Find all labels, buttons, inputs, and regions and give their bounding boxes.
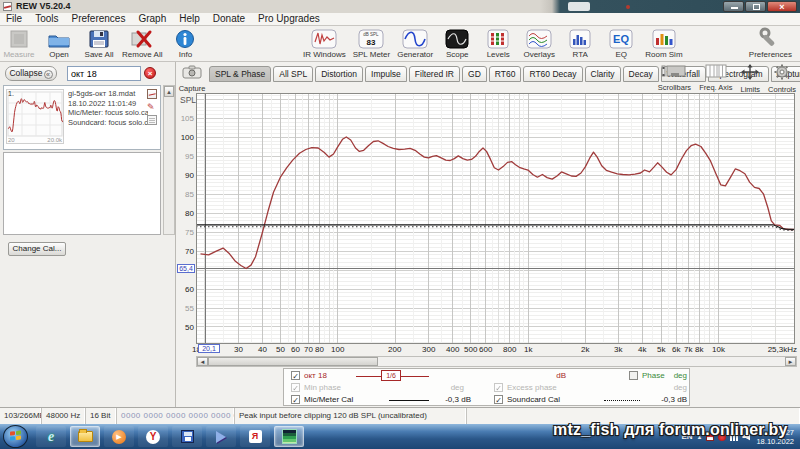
- collapse-panel-button[interactable]: Collapse«: [5, 66, 57, 81]
- remove-all-button[interactable]: Remove All: [122, 27, 162, 59]
- taskbar-yandex[interactable]: Я: [240, 426, 270, 447]
- menu-pro-upgrades[interactable]: Pro Upgrades: [258, 13, 320, 25]
- menu-donate[interactable]: Donate: [213, 13, 245, 25]
- taskbar-rew[interactable]: [274, 426, 304, 447]
- min-phase-checkbox[interactable]: [291, 383, 300, 392]
- scope-button[interactable]: Scope: [440, 27, 474, 59]
- measurements-panel: Collapse« × 1. 20 20.0k gi-5gds-окт 18.m…: [0, 62, 176, 407]
- measurement-name-input[interactable]: [67, 66, 141, 81]
- x-tick-label: 80: [315, 345, 324, 354]
- controls-button[interactable]: Controls: [768, 64, 796, 94]
- spl-meter-icon: dB SPL83: [358, 27, 384, 49]
- measurements-scrollbar[interactable]: ▲: [163, 85, 175, 235]
- edit-pencil-icon[interactable]: ✎: [147, 102, 157, 112]
- menu-tools[interactable]: Tools: [35, 13, 58, 25]
- soundcard-cal-label: Soundcard Cal: [507, 395, 560, 404]
- maximize-button[interactable]: [745, 1, 766, 12]
- info-button[interactable]: Info: [168, 27, 202, 59]
- measurement-info: gi-5gds-окт 18.mdat 18.10.2022 11:01:49 …: [68, 89, 148, 127]
- min-phase-units: deg: [424, 383, 464, 392]
- delete-measurement-button[interactable]: ×: [144, 67, 156, 79]
- overlays-button[interactable]: Overlays: [522, 27, 556, 59]
- frequency-scrollbar[interactable]: ◄ ►: [196, 356, 797, 367]
- scrollbars-label: Scrollbars: [658, 83, 691, 92]
- x-tick-label: 100: [331, 345, 344, 354]
- x-tick-label: 60: [291, 345, 300, 354]
- minimize-button[interactable]: [723, 1, 744, 12]
- phase-checkbox[interactable]: [629, 371, 638, 380]
- trace-units: dB: [526, 371, 566, 380]
- limits-button[interactable]: Limits: [740, 64, 760, 94]
- scroll-right-arrow-icon[interactable]: ►: [785, 357, 796, 366]
- taskbar-yandex-browser[interactable]: Y: [138, 426, 168, 447]
- levels-button[interactable]: Levels: [481, 27, 515, 59]
- x-tick-label: 2k: [581, 345, 589, 354]
- measurement-index: 1.: [8, 90, 14, 97]
- measurement-list[interactable]: [3, 152, 161, 235]
- x-tick-label: 30: [234, 345, 243, 354]
- info-label: Info: [179, 50, 192, 59]
- tab-rt60[interactable]: RT60: [489, 66, 522, 82]
- menu-file[interactable]: File: [6, 13, 22, 25]
- soundcard-cal-checkbox[interactable]: [494, 395, 503, 404]
- cursor-spl-box: 65,4: [177, 264, 195, 273]
- menu-preferences[interactable]: Preferences: [71, 13, 125, 25]
- y-tick-label: 80: [185, 209, 194, 218]
- spl-meter-label: SPL Meter: [353, 50, 391, 59]
- rta-button[interactable]: RTA: [563, 27, 597, 59]
- taskbar-save-tool[interactable]: [172, 426, 202, 447]
- trace-settings-icon[interactable]: [147, 89, 157, 99]
- eq-button[interactable]: EQEQ: [604, 27, 638, 59]
- smoothing-badge[interactable]: 1/6: [381, 370, 401, 381]
- scrollbar-thumb[interactable]: [208, 357, 378, 366]
- menu-graph[interactable]: Graph: [138, 13, 166, 25]
- x-tick-label: 10k: [712, 345, 725, 354]
- x-tick-label: 7k: [684, 345, 692, 354]
- x-tick-label: 40: [258, 345, 267, 354]
- measurement-card[interactable]: 1. 20 20.0k gi-5gds-окт 18.mdat 18.10.20…: [3, 85, 161, 150]
- okt18-checkbox[interactable]: [291, 371, 300, 380]
- tab-filtered-ir[interactable]: Filtered IR: [409, 66, 460, 82]
- save-all-label: Save All: [85, 50, 114, 59]
- scrollbar-up-arrow-icon[interactable]: ▲: [164, 86, 174, 97]
- notes-document-icon[interactable]: [147, 115, 157, 125]
- menu-help[interactable]: Help: [179, 13, 200, 25]
- app-icon: [3, 2, 12, 11]
- start-button[interactable]: [3, 425, 28, 448]
- spl-meter-button[interactable]: dB SPL83SPL Meter: [353, 27, 391, 59]
- close-button[interactable]: ×: [767, 1, 797, 12]
- open-button[interactable]: Open: [42, 27, 76, 59]
- spl-plot[interactable]: [196, 93, 795, 344]
- generator-button[interactable]: Generator: [397, 27, 433, 59]
- ir-windows-button[interactable]: IR Windows: [303, 27, 346, 59]
- memory-status: 103/266MB: [0, 408, 42, 424]
- room-sim-button[interactable]: Room Sim: [645, 27, 682, 59]
- capture-button[interactable]: Capture: [178, 65, 206, 93]
- change-cal-button[interactable]: Change Cal...: [8, 242, 66, 256]
- tab-decay[interactable]: Decay: [623, 66, 659, 82]
- tab-clarity[interactable]: Clarity: [585, 66, 621, 82]
- freq-axis-label: Freq. Axis: [699, 83, 732, 92]
- freq-axis-button[interactable]: Freq. Axis: [699, 64, 732, 94]
- scroll-left-arrow-icon[interactable]: ◄: [197, 357, 208, 366]
- tab-gd[interactable]: GD: [462, 66, 487, 82]
- excess-phase-checkbox[interactable]: [494, 383, 503, 392]
- taskbar-media-player-classic[interactable]: [206, 426, 236, 447]
- tab-impulse[interactable]: Impulse: [365, 66, 407, 82]
- tab-rt60-decay[interactable]: RT60 Decay: [523, 66, 582, 82]
- tab-distortion[interactable]: Distortion: [315, 66, 363, 82]
- gear-icon: [774, 64, 790, 84]
- x-tick-label: 8k: [695, 345, 703, 354]
- save-all-button[interactable]: Save All: [82, 27, 116, 59]
- mic-meter-cal-checkbox[interactable]: [291, 395, 300, 404]
- taskbar-media-player-orange[interactable]: ▶: [104, 426, 134, 447]
- scrollbars-button[interactable]: Scrollbars: [658, 64, 691, 94]
- x-tick-label: 25,3kHz: [768, 345, 797, 354]
- taskbar-internet-explorer[interactable]: e: [36, 426, 66, 447]
- soundcard-cal-offset: -0,3 dB: [647, 395, 687, 404]
- tab-all-spl[interactable]: All SPL: [273, 66, 313, 82]
- preferences-button[interactable]: Preferences: [749, 27, 792, 59]
- tab-spl-phase[interactable]: SPL & Phase: [209, 66, 271, 82]
- measure-icon: [8, 27, 30, 49]
- taskbar-file-explorer[interactable]: [70, 426, 100, 447]
